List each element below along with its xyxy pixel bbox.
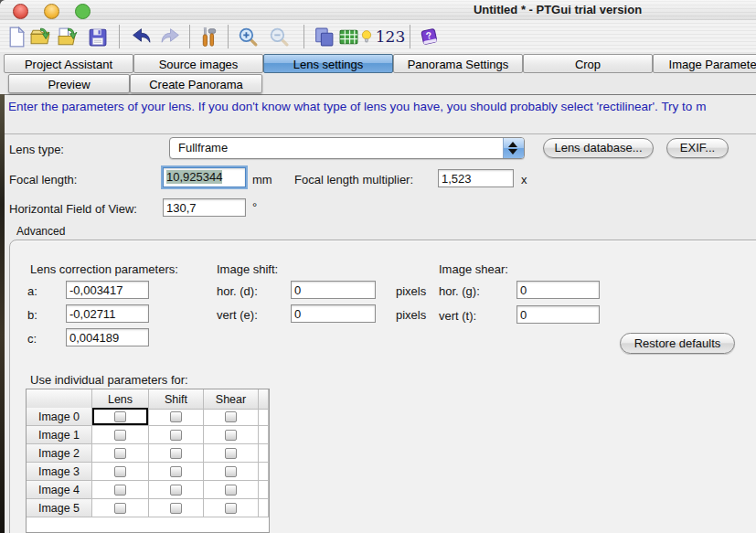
- zoom-out-button[interactable]: [266, 24, 292, 49]
- hfov-input[interactable]: 130,7: [163, 198, 246, 217]
- shift-vert-input[interactable]: 0: [291, 304, 376, 323]
- toolbar-separator: [119, 25, 120, 48]
- checkbox-icon[interactable]: [170, 503, 182, 514]
- lens-checkbox-cell-image1[interactable]: [92, 426, 149, 444]
- shear-checkbox-cell-image0[interactable]: [204, 408, 259, 426]
- param-c-input[interactable]: 0,004189: [66, 328, 149, 346]
- zoom-out-icon: [268, 26, 291, 48]
- lens-checkbox-cell-image0[interactable]: [92, 408, 149, 426]
- popup-stepper-icon: [503, 138, 524, 158]
- shift-checkbox-cell-image2[interactable]: [149, 444, 204, 463]
- shift-checkbox-cell-image0[interactable]: [149, 408, 204, 426]
- checkbox-icon[interactable]: [170, 411, 182, 422]
- lens-type-label: Lens type:: [9, 143, 64, 156]
- shear-checkbox-cell-image5[interactable]: [204, 499, 259, 517]
- restore-defaults-button[interactable]: Restore defaults: [620, 333, 735, 354]
- titlebar[interactable]: Untitled * - PTGui trial version: [0, 0, 756, 20]
- tab-preview[interactable]: Preview: [8, 74, 130, 93]
- tab-panorama-settings[interactable]: Panorama Settings: [393, 54, 523, 73]
- lens-database-button[interactable]: Lens database...: [543, 138, 654, 158]
- table-gutter: [259, 481, 269, 499]
- close-button[interactable]: [13, 4, 28, 19]
- hfov-label: Horizontal Field of View:: [9, 202, 137, 216]
- tab-crop[interactable]: Crop: [523, 54, 653, 73]
- checkbox-icon[interactable]: [225, 448, 237, 459]
- multiplier-input[interactable]: 1,523: [438, 169, 514, 187]
- table-gutter: [259, 408, 269, 426]
- checkbox-icon[interactable]: [114, 448, 126, 459]
- tab-lens-settings[interactable]: Lens settings: [263, 54, 393, 73]
- lens-type-popup[interactable]: Fullframe: [169, 137, 525, 159]
- checkbox-icon[interactable]: [225, 485, 237, 496]
- focal-length-unit: mm: [252, 173, 272, 187]
- checkbox-icon[interactable]: [114, 503, 126, 514]
- column-header-lens: Lens: [92, 389, 149, 410]
- lens-checkbox-cell-image3[interactable]: [92, 463, 149, 481]
- table-gutter: [259, 444, 269, 463]
- undo-icon: [130, 26, 153, 48]
- checkbox-icon[interactable]: [225, 411, 237, 422]
- multiplier-unit: x: [521, 173, 527, 187]
- shear-checkbox-cell-image1[interactable]: [204, 426, 259, 444]
- add-images-button[interactable]: [55, 24, 80, 49]
- shift-checkbox-cell-image5[interactable]: [149, 499, 204, 517]
- exif-button[interactable]: EXIF...: [666, 138, 729, 158]
- table-corner-cell: [27, 389, 92, 410]
- hfov-unit: °: [252, 200, 257, 214]
- shear-checkbox-cell-image3[interactable]: [204, 463, 259, 481]
- checkbox-icon[interactable]: [114, 430, 126, 441]
- numbers-123-icon: 123: [376, 24, 405, 49]
- numeric-values-button[interactable]: 123: [375, 24, 406, 49]
- checkbox-icon[interactable]: [170, 430, 182, 441]
- lens-type-value: Fullframe: [178, 141, 228, 155]
- redo-button[interactable]: [157, 24, 183, 49]
- checkbox-icon[interactable]: [225, 430, 237, 441]
- shear-checkbox-cell-image2[interactable]: [204, 444, 259, 463]
- selected-text: 10,925344: [166, 170, 222, 184]
- checkbox-icon[interactable]: [114, 485, 126, 496]
- new-project-button[interactable]: [4, 24, 29, 49]
- checkbox-icon[interactable]: [170, 485, 182, 496]
- shear-vert-input[interactable]: 0: [516, 305, 600, 324]
- shift-checkbox-cell-image3[interactable]: [149, 463, 204, 481]
- tab-project-assistant[interactable]: Project Assistant: [4, 54, 133, 73]
- toolbar: 123 ?: [0, 20, 756, 54]
- minimize-button[interactable]: [44, 4, 59, 19]
- shift-checkbox-cell-image1[interactable]: [149, 426, 204, 444]
- checkbox-icon[interactable]: [114, 466, 126, 477]
- focal-length-input[interactable]: 10,925344: [163, 167, 246, 187]
- tab-create-panorama[interactable]: Create Panorama: [130, 74, 262, 93]
- tools-button[interactable]: [195, 24, 220, 49]
- shear-hor-input[interactable]: 0: [516, 281, 600, 299]
- checkbox-icon[interactable]: [170, 448, 182, 459]
- lens-checkbox-cell-image2[interactable]: [92, 444, 149, 463]
- checkbox-icon[interactable]: [170, 466, 182, 477]
- save-project-button[interactable]: [84, 24, 110, 49]
- image-table-button[interactable]: [335, 24, 361, 49]
- checkbox-icon[interactable]: [114, 411, 126, 422]
- open-project-button[interactable]: [27, 24, 53, 49]
- param-a-input[interactable]: -0,003417: [66, 281, 149, 299]
- tools-icon: [197, 26, 219, 48]
- shift-hor-label: hor. (d):: [217, 284, 258, 298]
- toolbar-separator: [410, 25, 410, 48]
- lens-checkbox-cell-image5[interactable]: [92, 499, 149, 517]
- param-b-input[interactable]: -0,02711: [66, 304, 149, 323]
- panorama-editor-button[interactable]: [311, 24, 336, 49]
- zoom-window-button[interactable]: [75, 4, 91, 19]
- tab-source-images[interactable]: Source images: [133, 54, 263, 73]
- tab-image-parameters[interactable]: Image Parameters: [653, 54, 756, 73]
- optimizer-button[interactable]: [358, 24, 375, 49]
- shift-checkbox-cell-image4[interactable]: [149, 481, 204, 499]
- row-header-image0: Image 0: [27, 408, 92, 426]
- help-button[interactable]: ?: [416, 24, 442, 49]
- shift-hor-input[interactable]: 0: [291, 281, 376, 299]
- lens-checkbox-cell-image4[interactable]: [92, 481, 149, 499]
- save-floppy-icon: [86, 26, 109, 48]
- shear-checkbox-cell-image4[interactable]: [204, 481, 259, 499]
- zoom-in-button[interactable]: [235, 24, 261, 49]
- checkbox-icon[interactable]: [225, 503, 237, 514]
- undo-button[interactable]: [128, 24, 154, 49]
- checkbox-icon[interactable]: [225, 466, 237, 477]
- shear-hor-label: hor. (g):: [439, 284, 480, 298]
